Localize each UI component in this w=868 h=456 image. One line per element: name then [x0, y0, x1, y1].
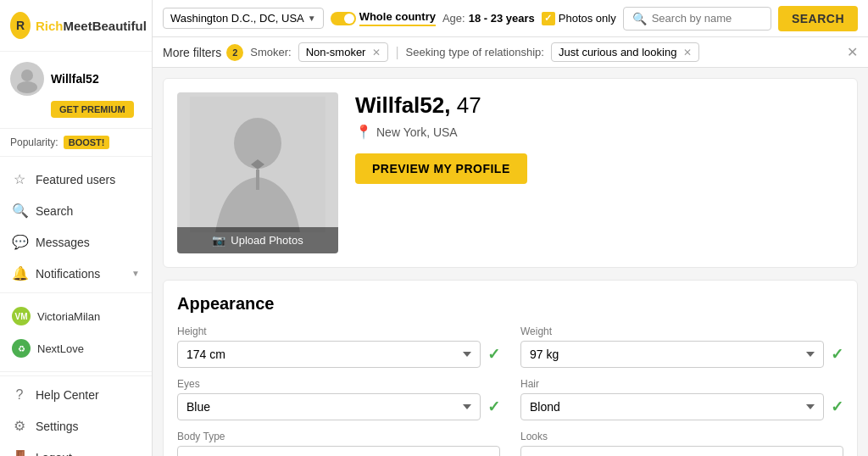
upload-photos-label: Upload Photos — [231, 234, 303, 247]
camera-icon: 📷 — [212, 234, 225, 247]
body-type-row — [177, 446, 500, 456]
nav-menu: ☆ Featured users 🔍 Search 💬 Messages 🔔 N… — [0, 157, 152, 456]
hair-label: Hair — [520, 378, 843, 390]
sidebar-item-nextlove[interactable]: ♻ NextLove — [0, 332, 152, 364]
help-center-label: Help Center — [36, 388, 99, 402]
get-premium-button[interactable]: GET PREMIUM — [51, 101, 134, 118]
popularity-label: Popularity: — [10, 136, 58, 148]
hair-row: Blond ✓ — [520, 393, 843, 420]
looks-label: Looks — [520, 431, 843, 442]
smoker-filter-value: Non-smoker — [306, 46, 366, 58]
main-content: Washington D.C., DC, USA ▼ Whole country… — [153, 0, 868, 456]
sidebar-item-victoriamilan[interactable]: VM VictoriaMilan — [0, 300, 152, 332]
username-label: Willfal52 — [51, 72, 99, 86]
gear-icon: ⚙ — [12, 418, 27, 434]
nextlove-label: NextLove — [37, 342, 84, 355]
age-range-display: Age: 18 - 23 years — [442, 12, 535, 25]
content-area: 📷 Upload Photos Willfal52, 47 📍 New York… — [153, 68, 868, 456]
eyes-field: Eyes Blue ✓ — [177, 378, 500, 420]
weight-field: Weight 97 kg ✓ — [520, 325, 843, 368]
boost-button[interactable]: BOOST! — [64, 136, 110, 149]
nl-badge: ♻ — [12, 339, 31, 358]
bottom-nav: ? Help Center ⚙ Settings 🚪 Logout — [0, 375, 152, 456]
appearance-form-grid: Height 174 cm ✓ Weight 97 kg ✓ — [177, 325, 843, 456]
more-filters-button[interactable]: More filters 2 — [163, 44, 243, 61]
avatar — [10, 62, 44, 96]
sidebar-item-search[interactable]: 🔍 Search — [0, 195, 152, 226]
height-field: Height 174 cm ✓ — [177, 325, 500, 368]
sidebar-item-help-center[interactable]: ? Help Center — [0, 380, 152, 410]
logout-label: Logout — [36, 451, 72, 457]
filter-count-badge: 2 — [226, 44, 243, 61]
user-row: Willfal52 — [10, 62, 99, 96]
filter-separator: | — [395, 45, 398, 60]
body-type-select[interactable] — [177, 446, 500, 456]
whole-country-toggle[interactable]: Whole country — [331, 10, 436, 26]
eyes-row: Blue ✓ — [177, 393, 500, 420]
top-bar: Washington D.C., DC, USA ▼ Whole country… — [153, 0, 868, 37]
sidebar-item-settings[interactable]: ⚙ Settings — [0, 410, 152, 442]
relationship-filter-tag: Just curious and looking ✕ — [551, 42, 699, 62]
filter-bar: More filters 2 Smoker: Non-smoker ✕ | Se… — [153, 37, 868, 68]
preview-profile-button[interactable]: PREVIEW MY PROFILE — [355, 153, 527, 184]
eyes-select[interactable]: Blue — [177, 393, 481, 420]
photos-only-toggle[interactable]: ✓ Photos only — [542, 12, 616, 25]
body-type-label: Body Type — [177, 431, 500, 442]
victoriamilan-label: VictoriaMilan — [37, 310, 100, 323]
search-by-name-box[interactable]: 🔍 — [623, 7, 771, 31]
profile-location-text: New York, USA — [376, 125, 458, 139]
height-checkmark: ✓ — [487, 345, 500, 364]
help-icon: ? — [12, 387, 27, 403]
height-label: Height — [177, 325, 500, 337]
search-name-icon: 🔍 — [632, 12, 647, 25]
svg-point-2 — [21, 70, 33, 81]
sidebar-item-search-label: Search — [36, 204, 73, 218]
more-filters-label: More filters — [163, 46, 221, 59]
height-row: 174 cm ✓ — [177, 341, 500, 368]
appearance-card: Appearance Height 174 cm ✓ Weight — [163, 280, 858, 456]
height-select[interactable]: 174 cm — [177, 341, 481, 368]
svg-text:♻: ♻ — [18, 344, 25, 353]
photos-only-check: ✓ — [542, 12, 555, 25]
profile-location: 📍 New York, USA — [355, 124, 843, 140]
profile-username: Willfal52, — [355, 92, 450, 118]
hair-select[interactable]: Blond — [520, 393, 824, 420]
upload-photos-button[interactable]: 📷 Upload Photos — [177, 227, 338, 253]
age-range-value: 18 - 23 years — [469, 12, 535, 25]
relationship-filter-remove[interactable]: ✕ — [683, 47, 692, 58]
looks-select[interactable] — [520, 446, 843, 456]
whole-country-switch[interactable] — [331, 12, 356, 25]
clear-all-filters[interactable]: ✕ — [847, 44, 858, 60]
smoker-filter-remove[interactable]: ✕ — [372, 47, 381, 58]
relationship-filter-label: Seeking type of relationship: — [406, 46, 544, 58]
age-label: Age: — [442, 12, 465, 25]
search-button[interactable]: SEARCH — [778, 6, 858, 31]
popularity-row: Popularity: BOOST! — [0, 129, 152, 157]
location-arrow-icon: ▼ — [308, 14, 316, 23]
whole-country-label: Whole country — [359, 10, 436, 26]
vm-badge: VM — [12, 307, 31, 325]
weight-row: 97 kg ✓ — [520, 341, 843, 368]
logo-icon: R — [10, 12, 31, 39]
sidebar-item-featured[interactable]: ☆ Featured users — [0, 164, 152, 195]
smoker-filter-tag: Non-smoker ✕ — [298, 42, 389, 62]
smoker-filter-label: Smoker: — [250, 46, 291, 58]
search-name-input[interactable] — [652, 12, 762, 25]
location-dropdown[interactable]: Washington D.C., DC, USA ▼ — [163, 8, 324, 29]
app-items: VM VictoriaMilan ♻ NextLove — [0, 297, 152, 368]
logo-area: R RichMeetBeautiful — [0, 0, 152, 52]
sidebar-item-notifications-label: Notifications — [36, 267, 100, 281]
location-value: Washington D.C., DC, USA — [170, 12, 304, 25]
body-type-field: Body Type — [177, 431, 500, 456]
weight-select[interactable]: 97 kg — [520, 341, 824, 368]
sidebar-item-notifications[interactable]: 🔔 Notifications ▼ — [0, 258, 152, 289]
sidebar-item-messages[interactable]: 💬 Messages — [0, 226, 152, 258]
profile-card: 📷 Upload Photos Willfal52, 47 📍 New York… — [163, 78, 858, 268]
looks-field: Looks — [520, 431, 843, 456]
appearance-title: Appearance — [177, 294, 843, 314]
messages-icon: 💬 — [12, 234, 27, 250]
sidebar-item-logout[interactable]: 🚪 Logout — [0, 442, 152, 456]
profile-photo-box: 📷 Upload Photos — [177, 92, 338, 253]
sidebar-item-messages-label: Messages — [36, 236, 90, 249]
bell-icon: 🔔 — [12, 265, 27, 281]
